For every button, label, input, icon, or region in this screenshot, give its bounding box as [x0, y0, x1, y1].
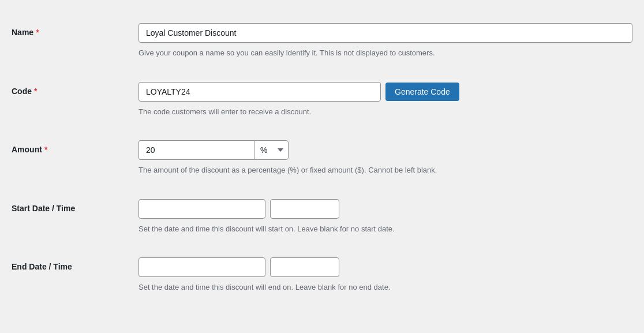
code-label: Code * — [12, 82, 138, 96]
end-time-input[interactable] — [270, 257, 339, 277]
start-date-input-row — [138, 199, 632, 219]
name-field: Give your coupon a name so you can easil… — [138, 23, 632, 59]
amount-field: % $ The amount of the discount as a perc… — [138, 140, 632, 176]
name-required-star: * — [36, 28, 39, 37]
amount-required-star: * — [44, 145, 47, 154]
end-date-field: Set the date and time this discount will… — [138, 257, 632, 293]
code-description: The code customers will enter to receive… — [138, 106, 632, 118]
amount-input-row: % $ — [138, 140, 632, 160]
end-date-label-text: End Date / Time — [12, 262, 72, 271]
start-date-label-text: Start Date / Time — [12, 204, 75, 213]
end-date-row: End Date / Time Set the date and time th… — [12, 246, 632, 305]
amount-label: Amount * — [12, 140, 138, 154]
end-date-input-row — [138, 257, 632, 277]
name-row: Name * Give your coupon a name so you ca… — [12, 12, 632, 70]
coupon-form: Name * Give your coupon a name so you ca… — [12, 12, 632, 305]
end-date-input[interactable] — [138, 257, 265, 277]
start-date-description: Set the date and time this discount will… — [138, 223, 632, 235]
name-input[interactable] — [138, 23, 632, 43]
name-label-text: Name — [12, 28, 33, 37]
end-date-label: End Date / Time — [12, 257, 138, 271]
code-required-star: * — [34, 87, 37, 96]
amount-row: Amount * % $ The amount of the discount … — [12, 129, 632, 188]
start-date-input[interactable] — [138, 199, 265, 219]
start-date-field: Set the date and time this discount will… — [138, 199, 632, 235]
start-date-row: Start Date / Time Set the date and time … — [12, 188, 632, 246]
code-field: Generate Code The code customers will en… — [138, 82, 632, 118]
amount-input[interactable] — [138, 140, 254, 160]
generate-code-button[interactable]: Generate Code — [385, 83, 459, 101]
name-label: Name * — [12, 23, 138, 37]
amount-unit-select[interactable]: % $ — [254, 140, 289, 160]
name-description: Give your coupon a name so you can easil… — [138, 47, 632, 59]
amount-label-text: Amount — [12, 145, 42, 154]
end-date-description: Set the date and time this discount will… — [138, 282, 632, 293]
start-date-label: Start Date / Time — [12, 199, 138, 213]
code-input-row: Generate Code — [138, 82, 632, 102]
code-row: Code * Generate Code The code customers … — [12, 70, 632, 129]
amount-description: The amount of the discount as a percenta… — [138, 164, 632, 176]
code-label-text: Code — [12, 87, 32, 96]
start-time-input[interactable] — [270, 199, 339, 219]
code-input[interactable] — [138, 82, 381, 102]
